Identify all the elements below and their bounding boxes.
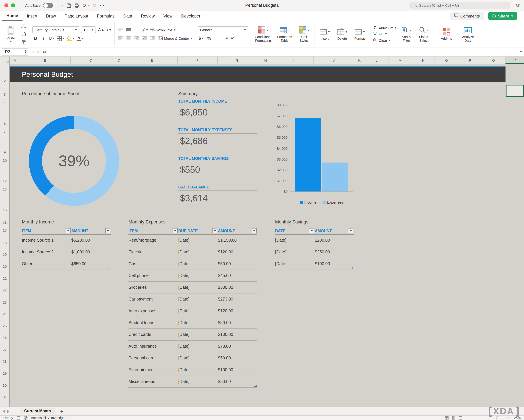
table-row[interactable]: [Date] $250.00 [275,246,354,258]
row-header[interactable]: 19 [0,252,9,256]
font-name-select[interactable]: Century Gothic (B... [32,26,79,33]
filter-button[interactable] [309,228,314,233]
row-header[interactable]: 24 [0,312,9,316]
accessibility-status[interactable]: Accessibility: Investigate [31,416,67,420]
row-header[interactable]: 27 [0,348,9,352]
select-all-corner[interactable] [0,56,10,64]
table-row[interactable]: Cell phone [Date] $45.00 [129,270,257,282]
orientation-button[interactable]: ab [141,27,148,33]
number-format-select[interactable]: General [198,26,248,33]
align-top-button[interactable] [117,27,123,33]
table-row[interactable]: Auto expenses [Date] $120.00 [129,305,257,317]
addins-button[interactable]: Add-ins [437,27,456,41]
italic-button[interactable]: I [40,35,47,42]
selection-mode-icon[interactable] [17,416,20,420]
window-close-button[interactable] [4,3,9,7]
borders-button[interactable] [56,35,65,42]
autosum-button[interactable]: Σ AutoSum [372,25,397,30]
comments-button[interactable]: Comments [450,12,484,20]
column-header[interactable]: A [10,56,20,64]
format-as-table-button[interactable]: Format as Table [275,25,294,42]
column-header[interactable]: N [412,56,435,64]
page-layout-view-icon[interactable] [452,416,455,420]
increase-decimal-button[interactable]: .00→ [230,35,237,42]
conditional-formatting-button[interactable]: Conditional Formatting [253,25,273,42]
cut-button[interactable] [20,23,27,30]
row-header[interactable]: 22 [0,288,9,292]
paste-button[interactable]: Paste [4,26,18,42]
row-header[interactable]: 10 [0,158,9,162]
row-header[interactable]: 25 [0,324,9,328]
undo-button[interactable]: ↺ [82,3,89,8]
window-zoom-button[interactable] [11,3,15,7]
wrap-text-button[interactable]: Wrap Text [150,27,176,33]
column-header[interactable]: Q [482,56,506,64]
redo-button[interactable]: ↻ [93,3,96,8]
column-header[interactable]: O [435,56,458,64]
sort-filter-button[interactable]: Sort & Filter [399,25,414,42]
tab-draw[interactable]: Draw [42,12,60,20]
column-header[interactable]: P [458,56,482,64]
filter-button[interactable] [212,228,217,233]
align-bottom-button[interactable] [133,27,140,33]
table-resize-handle[interactable] [108,267,110,269]
delete-cells-button[interactable]: Delete [334,27,350,41]
table-row[interactable]: Car payment [Date] $273.00 [129,294,257,305]
row-header[interactable]: 29 [0,371,9,375]
align-left-button[interactable] [117,35,123,42]
tab-developer[interactable]: Developer [177,12,205,20]
share-button[interactable]: Share [488,12,517,20]
filter-button[interactable] [348,228,353,233]
column-header[interactable]: M [388,56,412,64]
table-row[interactable]: Personal care [Date] $50.00 [129,352,257,364]
cancel-entry-icon[interactable]: × [31,49,34,54]
page-break-view-icon[interactable] [458,416,462,420]
cell-styles-button[interactable]: Cell Styles [296,25,312,42]
increase-font-size-button[interactable]: A [97,27,104,33]
fill-color-button[interactable] [67,35,75,42]
row-header[interactable]: 13 [0,187,9,191]
table-row[interactable]: Gas [Date] $50.00 [129,258,257,270]
fill-button[interactable]: Fill [372,31,397,36]
column-header[interactable]: F [178,56,218,64]
formula-bar-expand-icon[interactable] [520,51,522,53]
font-size-select[interactable]: 10 [81,26,96,33]
row-header[interactable]: 6 [0,122,9,125]
row-header[interactable]: 18 [0,241,9,245]
filter-button[interactable] [66,228,71,233]
autosave-toggle[interactable] [43,3,53,8]
table-row[interactable]: Auto Insurance [Date] $78.00 [129,340,257,352]
filter-button[interactable] [252,228,257,233]
filter-button[interactable] [173,228,178,233]
search-field[interactable] [410,2,509,9]
tab-view[interactable]: View [159,12,177,20]
autosave-control[interactable]: AutoSave [25,3,53,8]
format-cells-button[interactable]: Format [352,27,367,41]
column-header[interactable]: J [314,56,354,64]
font-color-button[interactable]: A [76,35,84,42]
row-header[interactable]: 26 [0,336,9,340]
percent-format-button[interactable]: % [206,35,212,42]
print-icon[interactable] [74,3,79,8]
column-header[interactable]: D [111,56,127,64]
table-row[interactable]: Credit cards [Date] $100.00 [129,329,257,340]
row-header[interactable]: 28 [0,359,9,364]
filter-button[interactable] [105,228,110,233]
table-row[interactable]: Income Source 1 $5,200.00 [22,235,111,246]
column-header[interactable]: E [127,56,178,64]
formula-input[interactable] [49,47,517,56]
tab-home[interactable]: Home [2,12,22,20]
row-header[interactable]: 23 [0,300,9,304]
align-right-button[interactable] [133,35,140,42]
clear-button[interactable]: Clear [372,38,397,43]
insert-cells-button[interactable]: Insert [317,27,332,41]
column-header[interactable]: C [71,56,111,64]
increase-indent-button[interactable] [149,35,156,42]
column-header[interactable]: I [274,56,314,64]
tab-review[interactable]: Review [137,12,159,20]
row-header[interactable]: 9 [0,150,9,154]
normal-view-icon[interactable] [445,416,448,420]
bold-button[interactable]: B [32,35,39,42]
search-input[interactable] [419,3,507,7]
align-center-button[interactable] [125,35,131,42]
